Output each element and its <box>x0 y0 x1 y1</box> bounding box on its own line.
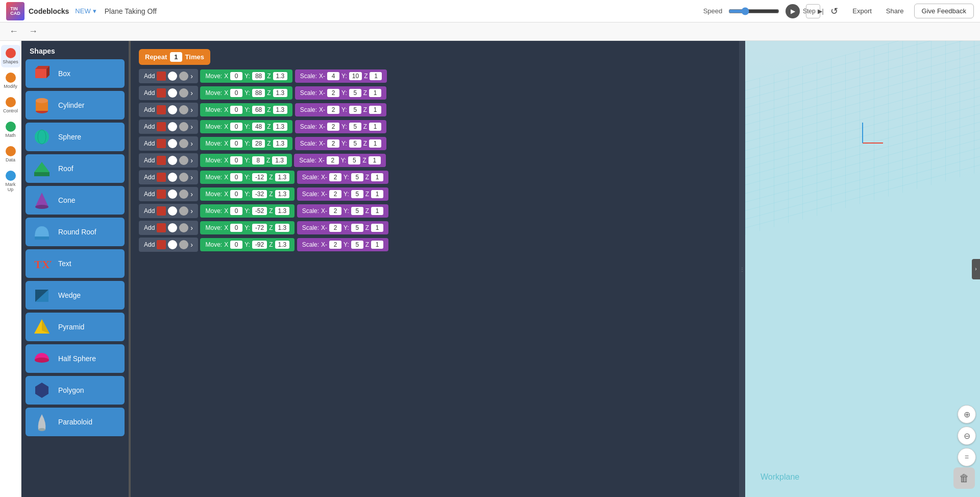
move-block-5[interactable]: Move: X 0 Y: 8 Z 1.3 <box>200 154 291 167</box>
add-circle-gray-icon <box>179 240 188 249</box>
move-block-7[interactable]: Move: X 0 Y: -32 Z 1.3 <box>200 187 295 201</box>
half-sphere-shape-icon <box>32 348 52 369</box>
add-block-3[interactable]: Add › <box>139 120 198 134</box>
add-block-2[interactable]: Add › <box>139 103 198 117</box>
shape-item-paraboloid[interactable]: Paraboloid <box>26 408 125 436</box>
move-block-4[interactable]: Move: X 0 Y: 28 Z 1.3 <box>200 137 292 150</box>
svg-point-5 <box>36 98 48 103</box>
shapes-panel-title: Shapes <box>26 45 125 59</box>
scale-block-5[interactable]: Scale: X- 2 Y: 5 Z 1 <box>294 154 385 167</box>
sidebar-item-math[interactable]: Math <box>1 119 20 141</box>
shape-item-cone[interactable]: Cone <box>26 186 125 215</box>
scale-block-3[interactable]: Scale: X- 2 Y: 5 Z 1 <box>295 120 386 133</box>
add-block-5[interactable]: Add › <box>139 153 198 168</box>
scale-block-2[interactable]: Scale: X- 2 Y: 5 Z 1 <box>295 103 386 116</box>
new-label: NEW <box>75 7 90 15</box>
sidebar-item-markup[interactable]: Mark Up <box>1 168 20 195</box>
collapse-panel-button[interactable]: › <box>972 259 980 279</box>
add-block-10[interactable]: Add › <box>139 238 198 252</box>
play-button[interactable]: ▶ <box>786 4 800 18</box>
step-icon: ▶| <box>818 8 824 15</box>
add-block-6[interactable]: Add › <box>139 170 198 184</box>
sidebar-item-control[interactable]: Control <box>1 94 20 116</box>
add-circle-gray-icon <box>179 139 188 148</box>
move-block-3[interactable]: Move: X 0 Y: 48 Z 1.3 <box>200 120 292 133</box>
shape-item-round-roof[interactable]: Round Roof <box>26 218 125 246</box>
viewport-zoom-out-button[interactable]: ⊖ <box>958 427 976 445</box>
svg-point-6 <box>35 130 49 144</box>
add-block-7[interactable]: Add › <box>139 187 198 201</box>
shape-item-polygon[interactable]: Polygon <box>26 376 125 405</box>
sidebar-item-shapes[interactable]: Shapes <box>1 45 20 67</box>
scale-block-4[interactable]: Scale: X- 2 Y: 5 Z 1 <box>295 137 386 150</box>
repeat-block[interactable]: Repeat 1 Times <box>139 49 210 65</box>
export-button[interactable]: Export <box>848 5 876 17</box>
repeat-count[interactable]: 1 <box>170 52 182 62</box>
shape-item-cylinder[interactable]: Cylinder <box>26 91 125 120</box>
add-block-1[interactable]: Add › <box>139 86 198 100</box>
add-block-8[interactable]: Add › <box>139 204 198 218</box>
scale-block-6[interactable]: Scale: X- 2 Y: 5 Z 1 <box>297 171 388 184</box>
resize-handle[interactable]: ⋮ <box>739 41 745 497</box>
step-button[interactable]: Step ▶| <box>806 4 820 18</box>
cylinder-label: Cylinder <box>58 101 84 109</box>
share-button[interactable]: Share <box>882 5 908 17</box>
shape-item-roof[interactable]: Roof <box>26 154 125 183</box>
shape-item-sphere[interactable]: Sphere <box>26 123 125 151</box>
viewport-zoom-in-button[interactable]: ⊕ <box>958 405 976 423</box>
add-circle-gray-icon <box>179 72 188 81</box>
scale-block-8[interactable]: Scale: X- 2 Y: 5 Z 1 <box>297 204 388 218</box>
round-roof-shape-icon <box>32 222 52 242</box>
shape-item-text[interactable]: TXT Text <box>26 249 125 278</box>
blocks-container: Repeat 1 Times Add › Move: X 0 Y: <box>131 41 739 497</box>
move-block-0[interactable]: Move: X 0 Y: 88 Z 1.3 <box>200 69 292 83</box>
half-sphere-label: Half Sphere <box>58 354 96 363</box>
add-block-0[interactable]: Add › <box>139 69 198 83</box>
shape-item-half-sphere[interactable]: Half Sphere <box>26 344 125 373</box>
delete-button[interactable]: 🗑 <box>953 467 975 489</box>
scale-block-9[interactable]: Scale: X- 2 Y: 5 Z 1 <box>297 221 388 234</box>
reset-button[interactable]: ↺ <box>826 4 842 19</box>
markup-icon <box>6 171 16 181</box>
scale-block-1[interactable]: Scale: X- 2 Y: 5 Z 1 <box>295 86 386 100</box>
give-feedback-button[interactable]: Give Feedback <box>914 4 974 18</box>
polygon-shape-icon <box>32 380 52 400</box>
round-roof-label: Round Roof <box>58 228 96 236</box>
new-button[interactable]: NEW ▾ <box>75 7 96 15</box>
3d-canvas[interactable]: Workplane ⊕ ⊖ = 🗑 › <box>745 41 980 497</box>
undo-button[interactable]: ← <box>6 25 21 38</box>
scale-block-7[interactable]: Scale: X- 2 Y: 5 Z 1 <box>297 187 388 201</box>
scale-block-0[interactable]: Scale: X- 4 Y: 10 Z 1 <box>295 69 387 83</box>
block-group-7: Add › Move: X 0 Y: -32 Z 1.3 Scale: X- 2… <box>139 187 731 203</box>
block-group-10: Add › Move: X 0 Y: -92 Z 1.3 Scale: X- 2… <box>139 238 731 253</box>
speed-slider[interactable] <box>728 7 779 15</box>
shape-item-pyramid[interactable]: Pyramid <box>26 313 125 341</box>
add-block-9[interactable]: Add › <box>139 221 198 235</box>
move-block-6[interactable]: Move: X 0 Y: -12 Z 1.3 <box>200 171 295 184</box>
text-label: Text <box>58 259 71 268</box>
shapes-icon <box>6 48 16 58</box>
redo-button[interactable]: → <box>26 25 41 38</box>
move-block-9[interactable]: Move: X 0 Y: -72 Z 1.3 <box>200 221 295 234</box>
cone-shape-icon <box>32 190 52 210</box>
add-red-square-icon <box>157 206 166 216</box>
wedge-shape-icon <box>32 285 52 305</box>
shape-item-wedge[interactable]: Wedge <box>26 281 125 310</box>
3d-viewport: TOP FRONT + − ⊙ <box>745 41 980 497</box>
scale-block-10[interactable]: Scale: X- 2 Y: 5 Z 1 <box>297 238 388 251</box>
add-block-4[interactable]: Add › <box>139 136 198 151</box>
move-block-10[interactable]: Move: X 0 Y: -92 Z 1.3 <box>200 238 295 251</box>
shape-item-box[interactable]: Box <box>26 59 125 88</box>
svg-rect-9 <box>34 172 50 176</box>
sidebar-item-control-label: Control <box>3 108 18 113</box>
move-block-2[interactable]: Move: X 0 Y: 68 Z 1.3 <box>200 103 292 116</box>
sidebar-item-modify[interactable]: Modify <box>1 69 20 92</box>
move-block-8[interactable]: Move: X 0 Y: -52 Z 1.3 <box>200 204 295 218</box>
sidebar-item-data[interactable]: Data <box>1 143 20 165</box>
pyramid-shape-icon <box>32 317 52 337</box>
code-editor[interactable]: Repeat 1 Times Add › Move: X 0 Y: <box>129 41 739 497</box>
viewport-equal-button[interactable]: = <box>958 448 976 466</box>
move-block-1[interactable]: Move: X 0 Y: 88 Z 1.3 <box>200 86 292 100</box>
add-red-square-icon <box>157 105 166 114</box>
workplane-label: Workplane <box>761 472 799 482</box>
